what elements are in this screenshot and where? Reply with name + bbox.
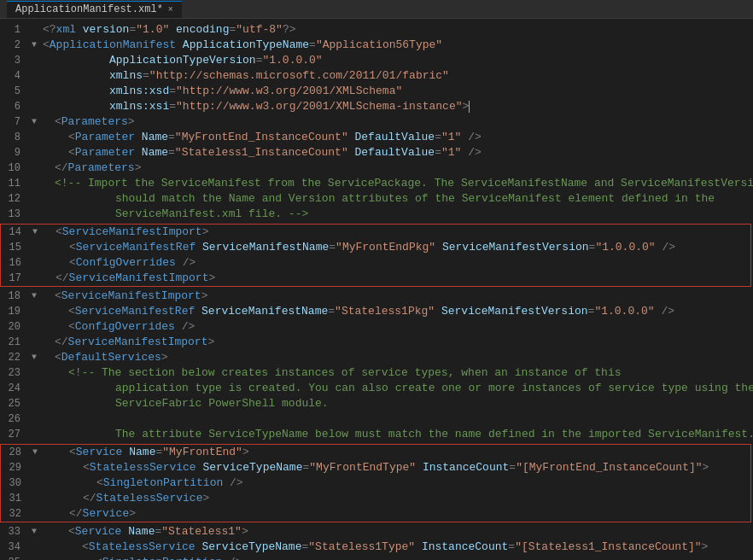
attr-value-token: "Stateless1" [161,525,242,538]
attr-name-token: Name [122,446,155,458]
punctuation-token: > [208,271,215,284]
punctuation-token: < [55,289,61,302]
attr-value-token: "utf-8" [236,23,283,36]
line-number: 26 [0,411,27,427]
comment-token: <!-- The section below creates instances… [68,366,622,379]
code-line: 6xmlns:xsi="http://www.w3.org/2001/XMLSc… [0,99,753,114]
code-line: 17</ServiceManifestImport> [1,271,750,286]
title-bar: ApplicationManifest.xml* × [0,0,753,19]
line-expander[interactable]: ▼ [27,524,41,540]
line-expander[interactable]: ▼ [27,38,41,53]
line-content: should match the Name and Version attrib… [41,191,753,207]
attr-name-token: ServiceManifestVersion [435,305,587,318]
punctuation-token: = [143,69,149,82]
line-content: <StatelessService ServiceTypeName="State… [41,540,753,555]
attr-name-token: encoding [169,23,229,36]
tag-token: Service [75,525,122,538]
highlight-block-2: 28▼<Service Name="MyFrontEnd">29<Statele… [0,444,751,522]
punctuation-token: < [96,476,103,489]
line-content: <DefaultServices> [41,350,753,365]
tag-token: ConfigOverrides [75,320,175,333]
attr-name-token: InstanceCount [415,540,508,553]
tag-token: ServiceManifestImport [62,225,202,238]
line-content: <StatelessService ServiceTypeName="MyFro… [42,460,750,475]
attr-name-token: ServiceTypeName [196,540,302,553]
line-number: 15 [1,240,28,255]
attr-value-token: "MyFrontEndType" [309,461,416,474]
punctuation-token: </ [55,335,68,348]
line-number: 1 [0,22,27,38]
comment-token: The attribute ServiceTypeName below must… [82,428,753,440]
punctuation-token: = [168,131,175,143]
punctuation-token: < [83,461,90,474]
punctuation-token: = [168,146,175,159]
tag-token: ServiceManifestImport [68,335,208,348]
punctuation-token: > [463,100,470,113]
attr-value-token: "Application56Type" [316,38,442,51]
line-number: 11 [0,176,27,191]
punctuation-token: /> [223,476,242,489]
attr-name-token: Name [121,525,155,538]
code-line: 20<ConfigOverrides /> [0,319,753,335]
tag-token: Parameter [75,131,135,143]
code-line: 1<?xml version="1.0" encoding="utf-8"?> [0,22,753,38]
line-number: 2 [0,38,27,53]
line-expander[interactable]: ▼ [28,445,42,460]
punctuation-token: > [242,525,248,538]
line-content: <ConfigOverrides /> [41,319,753,335]
tab-close[interactable]: × [168,5,173,15]
tag-token: ServiceManifestImport [69,271,209,284]
line-content: </ServiceManifestImport> [42,271,750,286]
attr-value-token: "http://www.w3.org/2001/XMLSchema-instan… [176,100,462,113]
line-number: 24 [0,381,27,396]
file-tab[interactable]: ApplicationManifest.xml* × [7,1,182,18]
attr-value-token: "Stateless1_InstanceCount" [175,146,348,159]
line-content: </Service> [42,506,750,522]
punctuation-token: </ [83,492,96,505]
line-expander[interactable]: ▼ [27,114,41,130]
code-line: 10</Parameters> [0,160,753,176]
attr-name-token: ServiceManifestVersion [435,241,588,254]
tag-token: Parameter [75,146,135,159]
line-expander[interactable]: ▼ [28,225,42,240]
attr-value-token: "http://schemas.microsoft.com/2011/01/fa… [149,69,449,82]
line-expander[interactable]: ▼ [27,350,41,365]
punctuation-token: = [329,241,336,254]
line-number: 5 [0,84,27,99]
punctuation-token: = [435,131,441,143]
line-content: <ServiceManifestRef ServiceManifestName=… [42,240,750,255]
code-line: 23<!-- The section below creates instanc… [0,365,753,381]
line-expander[interactable]: ▼ [27,289,41,304]
line-number: 18 [0,289,27,304]
attr-value-token: "1.0.0.0" [262,54,322,67]
line-number: 20 [0,319,27,335]
line-content: <SingletonPartition /> [41,555,753,560]
attr-name-token: Name [135,131,168,143]
code-line: 31</StatelessService> [1,491,750,506]
attr-name-token: xmlns [109,69,143,82]
tag-token: StatelessService [90,461,196,474]
line-content: </StatelessService> [42,491,750,506]
punctuation-token: > [128,115,135,128]
line-content: xmlns:xsd="http://www.w3.org/2001/XMLSch… [41,84,753,99]
punctuation-token: < [69,241,76,254]
attr-value-token: "http://www.w3.org/2001/XMLSchema" [176,85,402,97]
punctuation-token: /> [656,241,675,254]
attr-name-token: Name [135,146,168,159]
code-line: 3ApplicationTypeVersion="1.0.0.0" [0,53,753,68]
line-number: 16 [1,255,28,271]
line-content: <!-- The section below creates instances… [41,365,753,381]
attr-name-token: xmlns:xsd [109,85,169,97]
highlight-block-1: 14▼<ServiceManifestImport>15<ServiceMani… [0,224,751,287]
punctuation-token: > [129,507,136,520]
attr-value-token: "1.0.0.0" [594,305,654,318]
tag-token: xml [56,23,76,36]
code-line: 18▼<ServiceManifestImport> [0,289,753,304]
code-line: 8<Parameter Name="MyFrontEnd_InstanceCou… [0,130,753,145]
line-content: <Parameter Name="MyFrontEnd_InstanceCoun… [41,130,753,145]
attr-value-token: "MyFrontEnd_InstanceCount" [175,131,348,143]
comment-token: should match the Name and Version attrib… [82,192,715,205]
comment-token: ServiceManifest.xml file. --> [82,207,308,220]
line-content: <ApplicationManifest ApplicationTypeName… [41,38,753,53]
punctuation-token: < [68,305,75,318]
